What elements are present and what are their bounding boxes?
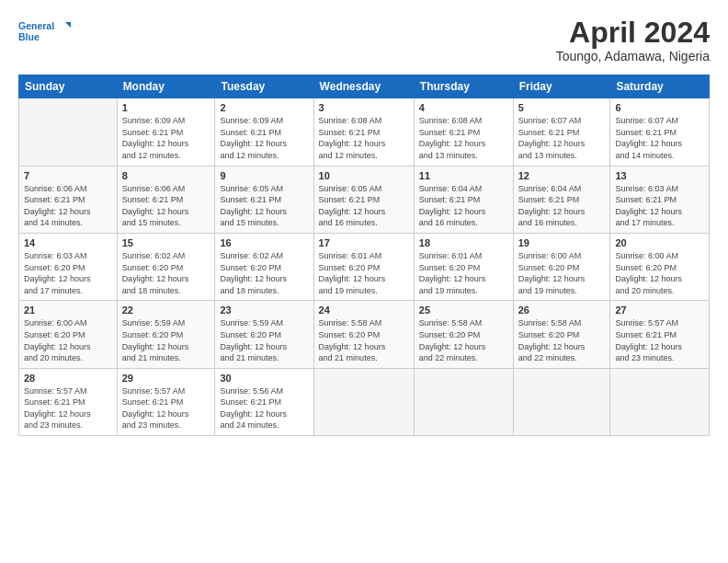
calendar-cell: 10Sunrise: 6:05 AM Sunset: 6:21 PM Dayli… [313,166,414,233]
day-number: 17 [319,237,409,248]
day-number: 27 [615,304,704,316]
day-number: 12 [518,170,606,181]
day-number: 19 [518,237,606,248]
day-number: 2 [220,102,308,113]
calendar-cell [19,98,118,166]
day-number: 20 [615,237,704,248]
svg-text:Blue: Blue [18,31,40,42]
page-header: General Blue April 2024 Toungo, Adamawa,… [18,17,710,63]
day-number: 26 [518,304,606,316]
day-number: 24 [319,304,409,316]
day-info: Sunrise: 5:57 AM Sunset: 6:21 PM Dayligh… [122,385,210,431]
day-number: 4 [419,102,508,113]
day-number: 8 [122,170,210,181]
day-info: Sunrise: 5:58 AM Sunset: 6:20 PM Dayligh… [419,317,508,363]
day-info: Sunrise: 5:59 AM Sunset: 6:20 PM Dayligh… [122,317,210,363]
calendar-week-1: 1Sunrise: 6:09 AM Sunset: 6:21 PM Daylig… [19,98,710,166]
day-number: 29 [122,373,210,384]
day-header-thursday: Thursday [414,75,513,98]
day-number: 14 [24,237,112,248]
calendar-cell: 16Sunrise: 6:02 AM Sunset: 6:20 PM Dayli… [215,233,313,300]
logo-icon: General Blue [18,17,74,50]
calendar-cell: 24Sunrise: 5:58 AM Sunset: 6:20 PM Dayli… [313,301,414,368]
day-info: Sunrise: 5:58 AM Sunset: 6:20 PM Dayligh… [319,317,409,363]
day-info: Sunrise: 6:07 AM Sunset: 6:21 PM Dayligh… [615,115,704,161]
calendar-cell: 18Sunrise: 6:01 AM Sunset: 6:20 PM Dayli… [414,233,513,300]
day-info: Sunrise: 6:05 AM Sunset: 6:21 PM Dayligh… [319,183,409,229]
day-number: 6 [615,102,704,113]
calendar-cell: 30Sunrise: 5:56 AM Sunset: 6:21 PM Dayli… [215,368,313,435]
day-header-wednesday: Wednesday [313,75,414,98]
day-info: Sunrise: 6:02 AM Sunset: 6:20 PM Dayligh… [122,250,210,296]
day-header-sunday: Sunday [19,75,118,98]
logo: General Blue [18,17,74,50]
day-info: Sunrise: 6:00 AM Sunset: 6:20 PM Dayligh… [24,317,112,363]
calendar-header-row: SundayMondayTuesdayWednesdayThursdayFrid… [19,75,710,98]
day-info: Sunrise: 5:57 AM Sunset: 6:21 PM Dayligh… [615,317,704,363]
day-info: Sunrise: 6:08 AM Sunset: 6:21 PM Dayligh… [419,115,508,161]
calendar-table: SundayMondayTuesdayWednesdayThursdayFrid… [18,75,710,436]
calendar-cell: 8Sunrise: 6:06 AM Sunset: 6:21 PM Daylig… [117,166,215,233]
day-number: 15 [122,237,210,248]
calendar-cell: 23Sunrise: 5:59 AM Sunset: 6:20 PM Dayli… [215,301,313,368]
calendar-week-5: 28Sunrise: 5:57 AM Sunset: 6:21 PM Dayli… [19,368,710,435]
calendar-cell: 5Sunrise: 6:07 AM Sunset: 6:21 PM Daylig… [513,98,610,166]
day-info: Sunrise: 5:56 AM Sunset: 6:21 PM Dayligh… [220,385,308,431]
calendar-cell: 17Sunrise: 6:01 AM Sunset: 6:20 PM Dayli… [313,233,414,300]
calendar-cell [513,368,610,435]
day-number: 7 [24,170,112,181]
calendar-cell: 22Sunrise: 5:59 AM Sunset: 6:20 PM Dayli… [117,301,215,368]
calendar-cell: 2Sunrise: 6:09 AM Sunset: 6:21 PM Daylig… [215,98,313,166]
day-info: Sunrise: 6:00 AM Sunset: 6:20 PM Dayligh… [518,250,606,296]
svg-marker-2 [65,22,71,28]
day-info: Sunrise: 6:04 AM Sunset: 6:21 PM Dayligh… [419,183,508,229]
day-info: Sunrise: 6:06 AM Sunset: 6:21 PM Dayligh… [122,183,210,229]
day-info: Sunrise: 6:09 AM Sunset: 6:21 PM Dayligh… [220,115,308,161]
day-number: 22 [122,304,210,316]
calendar-cell: 25Sunrise: 5:58 AM Sunset: 6:20 PM Dayli… [414,301,513,368]
day-info: Sunrise: 6:05 AM Sunset: 6:21 PM Dayligh… [220,183,308,229]
day-number: 16 [220,237,308,248]
calendar-cell: 19Sunrise: 6:00 AM Sunset: 6:20 PM Dayli… [513,233,610,300]
calendar-week-2: 7Sunrise: 6:06 AM Sunset: 6:21 PM Daylig… [19,166,710,233]
calendar-cell: 20Sunrise: 6:00 AM Sunset: 6:20 PM Dayli… [610,233,710,300]
day-number: 3 [319,102,409,113]
calendar-cell: 14Sunrise: 6:03 AM Sunset: 6:20 PM Dayli… [19,233,118,300]
calendar-cell: 3Sunrise: 6:08 AM Sunset: 6:21 PM Daylig… [313,98,414,166]
day-info: Sunrise: 6:09 AM Sunset: 6:21 PM Dayligh… [122,115,210,161]
day-number: 18 [419,237,508,248]
day-header-saturday: Saturday [610,75,710,98]
day-info: Sunrise: 5:57 AM Sunset: 6:21 PM Dayligh… [24,385,112,431]
day-header-friday: Friday [513,75,610,98]
day-info: Sunrise: 6:03 AM Sunset: 6:21 PM Dayligh… [615,183,704,229]
day-info: Sunrise: 6:01 AM Sunset: 6:20 PM Dayligh… [319,250,409,296]
day-info: Sunrise: 5:59 AM Sunset: 6:20 PM Dayligh… [220,317,308,363]
calendar-cell: 11Sunrise: 6:04 AM Sunset: 6:21 PM Dayli… [414,166,513,233]
day-info: Sunrise: 6:02 AM Sunset: 6:20 PM Dayligh… [220,250,308,296]
calendar-week-4: 21Sunrise: 6:00 AM Sunset: 6:20 PM Dayli… [19,301,710,368]
day-info: Sunrise: 5:58 AM Sunset: 6:20 PM Dayligh… [518,317,606,363]
day-number: 21 [24,304,112,316]
day-number: 30 [220,373,308,384]
calendar-cell: 27Sunrise: 5:57 AM Sunset: 6:21 PM Dayli… [610,301,710,368]
calendar-cell: 6Sunrise: 6:07 AM Sunset: 6:21 PM Daylig… [610,98,710,166]
calendar-cell: 9Sunrise: 6:05 AM Sunset: 6:21 PM Daylig… [215,166,313,233]
calendar-cell: 28Sunrise: 5:57 AM Sunset: 6:21 PM Dayli… [19,368,118,435]
day-number: 23 [220,304,308,316]
day-number: 11 [419,170,508,181]
calendar-cell: 1Sunrise: 6:09 AM Sunset: 6:21 PM Daylig… [117,98,215,166]
calendar-cell: 26Sunrise: 5:58 AM Sunset: 6:20 PM Dayli… [513,301,610,368]
day-number: 9 [220,170,308,181]
day-info: Sunrise: 6:04 AM Sunset: 6:21 PM Dayligh… [518,183,606,229]
day-info: Sunrise: 6:03 AM Sunset: 6:20 PM Dayligh… [24,250,112,296]
calendar-cell: 4Sunrise: 6:08 AM Sunset: 6:21 PM Daylig… [414,98,513,166]
day-number: 25 [419,304,508,316]
day-info: Sunrise: 6:01 AM Sunset: 6:20 PM Dayligh… [419,250,508,296]
calendar-cell [610,368,710,435]
calendar-cell: 12Sunrise: 6:04 AM Sunset: 6:21 PM Dayli… [513,166,610,233]
calendar-cell: 15Sunrise: 6:02 AM Sunset: 6:20 PM Dayli… [117,233,215,300]
calendar-week-3: 14Sunrise: 6:03 AM Sunset: 6:20 PM Dayli… [19,233,710,300]
calendar-cell: 13Sunrise: 6:03 AM Sunset: 6:21 PM Dayli… [610,166,710,233]
month-title: April 2024 [556,17,710,49]
calendar-cell: 21Sunrise: 6:00 AM Sunset: 6:20 PM Dayli… [19,301,118,368]
